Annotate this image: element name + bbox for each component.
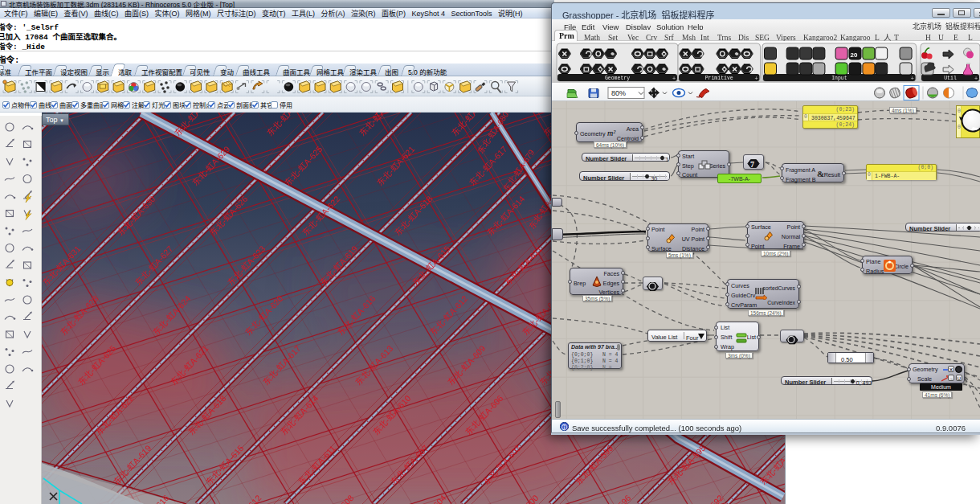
svg-text:7: 7 — [750, 160, 754, 169]
svg-text:Util: Util — [944, 76, 957, 81]
svg-text:Input: Input — [831, 76, 847, 81]
svg-text:m²: m² — [607, 129, 616, 137]
svg-text:Geometry: Geometry — [605, 76, 630, 81]
svg-text:+: + — [672, 74, 676, 82]
svg-text:+: + — [755, 74, 758, 82]
svg-text:ⓘ: ⓘ — [561, 423, 567, 431]
svg-text:80%: 80% — [611, 89, 626, 97]
svg-text:+: + — [911, 74, 914, 82]
svg-text:Primitive: Primitive — [705, 76, 733, 81]
svg-text:&: & — [817, 169, 824, 178]
svg-text:+: + — [974, 74, 978, 82]
svg-text:20: 20 — [851, 50, 858, 59]
